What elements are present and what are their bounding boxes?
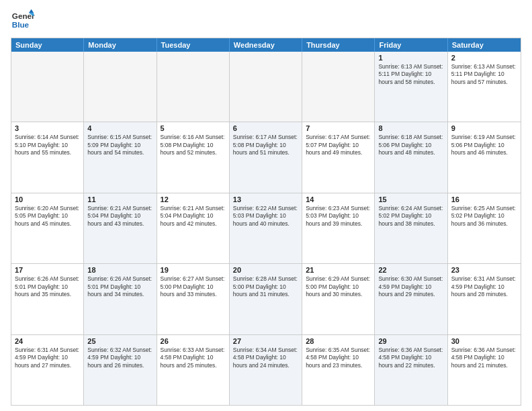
- day-number: 29: [378, 337, 443, 345]
- calendar: SundayMondayTuesdayWednesdayThursdayFrid…: [11, 38, 521, 406]
- weekday-header: Saturday: [448, 38, 521, 52]
- day-number: 12: [161, 195, 226, 203]
- cell-info: Sunrise: 6:21 AM Sunset: 5:04 PM Dayligh…: [161, 205, 226, 228]
- day-number: 14: [306, 195, 371, 203]
- cell-info: Sunrise: 6:31 AM Sunset: 4:59 PM Dayligh…: [15, 347, 80, 369]
- cell-info: Sunrise: 6:21 AM Sunset: 5:04 PM Dayligh…: [87, 205, 152, 228]
- calendar-cell: [84, 52, 157, 122]
- day-number: 3: [15, 124, 80, 132]
- calendar-row: 10Sunrise: 6:20 AM Sunset: 5:05 PM Dayli…: [11, 193, 521, 264]
- day-number: 16: [451, 195, 517, 203]
- calendar-cell: 25Sunrise: 6:32 AM Sunset: 4:59 PM Dayli…: [84, 335, 157, 405]
- cell-info: Sunrise: 6:32 AM Sunset: 4:59 PM Dayligh…: [87, 347, 152, 369]
- calendar-cell: 4Sunrise: 6:15 AM Sunset: 5:09 PM Daylig…: [84, 122, 157, 192]
- calendar-cell: 7Sunrise: 6:17 AM Sunset: 5:07 PM Daylig…: [302, 122, 375, 192]
- weekday-header: Tuesday: [157, 38, 230, 52]
- cell-info: Sunrise: 6:14 AM Sunset: 5:10 PM Dayligh…: [15, 134, 80, 156]
- cell-info: Sunrise: 6:15 AM Sunset: 5:09 PM Dayligh…: [87, 134, 152, 156]
- calendar-cell: 14Sunrise: 6:23 AM Sunset: 5:03 PM Dayli…: [302, 193, 375, 263]
- cell-info: Sunrise: 6:13 AM Sunset: 5:11 PM Dayligh…: [451, 63, 517, 86]
- day-number: 1: [378, 54, 443, 62]
- logo: General Blue: [11, 8, 35, 32]
- cell-info: Sunrise: 6:30 AM Sunset: 4:59 PM Dayligh…: [378, 275, 443, 298]
- calendar-cell: 22Sunrise: 6:30 AM Sunset: 4:59 PM Dayli…: [375, 264, 447, 334]
- calendar-cell: 30Sunrise: 6:36 AM Sunset: 4:58 PM Dayli…: [448, 335, 521, 405]
- cell-info: Sunrise: 6:26 AM Sunset: 5:01 PM Dayligh…: [15, 275, 80, 298]
- day-number: 20: [233, 266, 298, 274]
- calendar-cell: 10Sunrise: 6:20 AM Sunset: 5:05 PM Dayli…: [11, 193, 84, 263]
- calendar-cell: 17Sunrise: 6:26 AM Sunset: 5:01 PM Dayli…: [11, 264, 84, 334]
- day-number: 10: [15, 195, 80, 203]
- cell-info: Sunrise: 6:18 AM Sunset: 5:06 PM Dayligh…: [378, 134, 443, 156]
- calendar-cell: 15Sunrise: 6:24 AM Sunset: 5:02 PM Dayli…: [375, 193, 447, 263]
- cell-info: Sunrise: 6:20 AM Sunset: 5:05 PM Dayligh…: [15, 205, 80, 228]
- cell-info: Sunrise: 6:19 AM Sunset: 5:06 PM Dayligh…: [451, 134, 517, 156]
- day-number: 8: [378, 124, 443, 132]
- calendar-cell: 16Sunrise: 6:25 AM Sunset: 5:02 PM Dayli…: [448, 193, 521, 263]
- day-number: 25: [87, 337, 152, 345]
- cell-info: Sunrise: 6:25 AM Sunset: 5:02 PM Dayligh…: [451, 205, 517, 228]
- calendar-cell: [230, 52, 302, 122]
- cell-info: Sunrise: 6:13 AM Sunset: 5:11 PM Dayligh…: [378, 63, 443, 86]
- calendar-row: 24Sunrise: 6:31 AM Sunset: 4:59 PM Dayli…: [11, 335, 521, 405]
- day-number: 4: [87, 124, 152, 132]
- day-number: 15: [378, 195, 443, 203]
- calendar-row: 3Sunrise: 6:14 AM Sunset: 5:10 PM Daylig…: [11, 122, 521, 193]
- day-number: 18: [87, 266, 152, 274]
- calendar-cell: 28Sunrise: 6:35 AM Sunset: 4:58 PM Dayli…: [302, 335, 375, 405]
- cell-info: Sunrise: 6:31 AM Sunset: 4:59 PM Dayligh…: [451, 275, 517, 298]
- cell-info: Sunrise: 6:28 AM Sunset: 5:00 PM Dayligh…: [233, 275, 298, 298]
- calendar-header: SundayMondayTuesdayWednesdayThursdayFrid…: [11, 38, 521, 52]
- day-number: 11: [87, 195, 152, 203]
- calendar-cell: 8Sunrise: 6:18 AM Sunset: 5:06 PM Daylig…: [375, 122, 447, 192]
- weekday-header: Thursday: [302, 38, 375, 52]
- cell-info: Sunrise: 6:17 AM Sunset: 5:07 PM Dayligh…: [306, 134, 371, 156]
- logo-icon: General Blue: [11, 8, 35, 32]
- calendar-cell: 26Sunrise: 6:33 AM Sunset: 4:58 PM Dayli…: [157, 335, 230, 405]
- calendar-cell: 13Sunrise: 6:22 AM Sunset: 5:03 PM Dayli…: [230, 193, 302, 263]
- weekday-header: Monday: [84, 38, 157, 52]
- cell-info: Sunrise: 6:22 AM Sunset: 5:03 PM Dayligh…: [233, 205, 298, 228]
- day-number: 24: [15, 337, 80, 345]
- weekday-header: Wednesday: [230, 38, 302, 52]
- calendar-cell: 18Sunrise: 6:26 AM Sunset: 5:01 PM Dayli…: [84, 264, 157, 334]
- cell-info: Sunrise: 6:36 AM Sunset: 4:58 PM Dayligh…: [378, 347, 443, 369]
- calendar-cell: 11Sunrise: 6:21 AM Sunset: 5:04 PM Dayli…: [84, 193, 157, 263]
- calendar-cell: 21Sunrise: 6:29 AM Sunset: 5:00 PM Dayli…: [302, 264, 375, 334]
- calendar-cell: [11, 52, 84, 122]
- calendar-cell: 19Sunrise: 6:27 AM Sunset: 5:00 PM Dayli…: [157, 264, 230, 334]
- calendar-row: 17Sunrise: 6:26 AM Sunset: 5:01 PM Dayli…: [11, 264, 521, 334]
- day-number: 9: [451, 124, 517, 132]
- calendar-cell: [302, 52, 375, 122]
- day-number: 22: [378, 266, 443, 274]
- cell-info: Sunrise: 6:33 AM Sunset: 4:58 PM Dayligh…: [161, 347, 226, 369]
- day-number: 26: [161, 337, 226, 345]
- calendar-cell: 6Sunrise: 6:17 AM Sunset: 5:08 PM Daylig…: [230, 122, 302, 192]
- day-number: 27: [233, 337, 298, 345]
- calendar-cell: 3Sunrise: 6:14 AM Sunset: 5:10 PM Daylig…: [11, 122, 84, 192]
- calendar-cell: 29Sunrise: 6:36 AM Sunset: 4:58 PM Dayli…: [375, 335, 447, 405]
- calendar-cell: 9Sunrise: 6:19 AM Sunset: 5:06 PM Daylig…: [448, 122, 521, 192]
- calendar-cell: 27Sunrise: 6:34 AM Sunset: 4:58 PM Dayli…: [230, 335, 302, 405]
- day-number: 30: [451, 337, 517, 345]
- day-number: 23: [451, 266, 517, 274]
- weekday-header: Sunday: [11, 38, 84, 52]
- day-number: 2: [451, 54, 517, 62]
- day-number: 17: [15, 266, 80, 274]
- calendar-row: 1Sunrise: 6:13 AM Sunset: 5:11 PM Daylig…: [11, 52, 521, 122]
- day-number: 5: [161, 124, 226, 132]
- calendar-cell: 23Sunrise: 6:31 AM Sunset: 4:59 PM Dayli…: [448, 264, 521, 334]
- cell-info: Sunrise: 6:17 AM Sunset: 5:08 PM Dayligh…: [233, 134, 298, 156]
- calendar-cell: 2Sunrise: 6:13 AM Sunset: 5:11 PM Daylig…: [448, 52, 521, 122]
- cell-info: Sunrise: 6:35 AM Sunset: 4:58 PM Dayligh…: [306, 347, 371, 369]
- calendar-cell: 20Sunrise: 6:28 AM Sunset: 5:00 PM Dayli…: [230, 264, 302, 334]
- cell-info: Sunrise: 6:36 AM Sunset: 4:58 PM Dayligh…: [451, 347, 517, 369]
- calendar-cell: 1Sunrise: 6:13 AM Sunset: 5:11 PM Daylig…: [375, 52, 447, 122]
- cell-info: Sunrise: 6:34 AM Sunset: 4:58 PM Dayligh…: [233, 347, 298, 369]
- header: General Blue: [11, 8, 521, 32]
- cell-info: Sunrise: 6:27 AM Sunset: 5:00 PM Dayligh…: [161, 275, 226, 298]
- day-number: 7: [306, 124, 371, 132]
- calendar-cell: 24Sunrise: 6:31 AM Sunset: 4:59 PM Dayli…: [11, 335, 84, 405]
- cell-info: Sunrise: 6:16 AM Sunset: 5:08 PM Dayligh…: [161, 134, 226, 156]
- calendar-cell: 12Sunrise: 6:21 AM Sunset: 5:04 PM Dayli…: [157, 193, 230, 263]
